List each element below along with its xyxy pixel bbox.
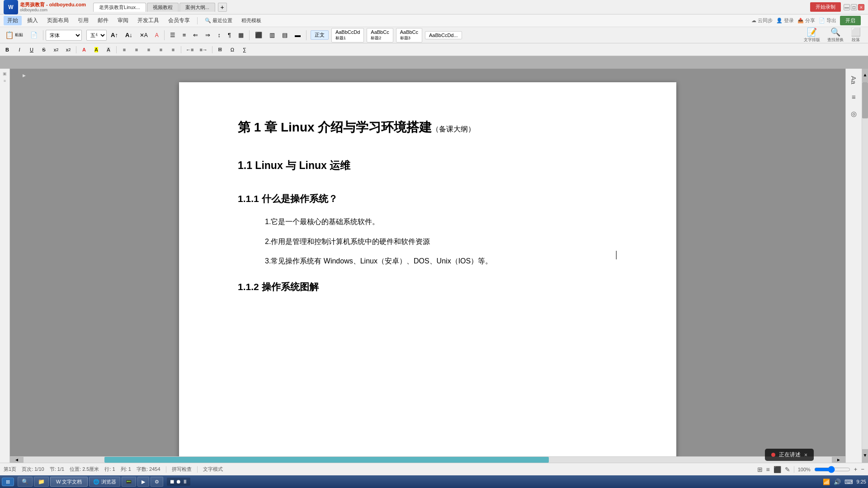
horizontal-scrollbar[interactable]: ◄ ► — [10, 456, 845, 463]
scroll-left-btn[interactable]: ◄ — [10, 457, 24, 463]
style-more[interactable]: AaBbCcDd... — [425, 31, 462, 39]
bold-btn[interactable]: B — [2, 44, 13, 55]
menu-review[interactable]: 审阅 — [114, 16, 132, 25]
unordered-list-btn[interactable]: ☰ — [167, 29, 179, 42]
font-color-fmt-btn[interactable]: A — [79, 44, 90, 55]
status-icon-3[interactable]: ⬛ — [774, 466, 781, 473]
indent-inc-fmt[interactable]: ≡→ — [197, 44, 209, 55]
ordered-list-btn[interactable]: ≡ — [179, 29, 189, 42]
indent-inc-btn[interactable]: ⇒ — [202, 29, 213, 42]
superscript-btn[interactable]: x2 — [51, 44, 61, 55]
copy-btn[interactable]: 📄 — [27, 29, 41, 42]
taskbar-terminal[interactable]: 📟 — [122, 477, 136, 487]
align-right-fmt[interactable]: ≡ — [143, 44, 154, 55]
para-space-btn[interactable]: ¶ — [225, 29, 234, 42]
border-btn[interactable]: ▦ — [235, 29, 247, 42]
underline-btn[interactable]: U — [26, 44, 37, 55]
italic-btn[interactable]: I — [14, 44, 25, 55]
text-layout-btn[interactable]: 📝 文字排版 — [802, 26, 822, 44]
right-panel-icon-3[interactable]: ◎ — [851, 110, 857, 118]
line-spacing-btn[interactable]: ↕ — [214, 29, 224, 42]
indent-dec-btn[interactable]: ⇐ — [190, 29, 201, 42]
record-button[interactable]: 开始录制 — [810, 2, 841, 12]
open-button[interactable]: 开启 — [840, 16, 861, 25]
tab-outline[interactable]: 案例大纲... — [179, 3, 215, 12]
font-color-btn[interactable]: A — [152, 29, 162, 42]
menu-start[interactable]: 开始 — [4, 16, 22, 25]
font-size-up-btn[interactable]: A↑ — [108, 29, 121, 42]
zoom-slider[interactable] — [814, 467, 850, 472]
right-panel-icon-2[interactable]: ≡ — [852, 93, 856, 101]
menu-reference[interactable]: 引用 — [74, 16, 92, 25]
align-center-btn[interactable]: ▥ — [266, 29, 278, 42]
zoom-out-btn[interactable]: − — [861, 466, 864, 473]
left-panel-icon-1[interactable]: ▣ — [3, 71, 7, 76]
taskbar-app-files[interactable]: 📁 — [34, 477, 49, 487]
scroll-thumb[interactable] — [862, 82, 868, 118]
document-scroll-area[interactable]: ▶ 第 1 章 Linux 介绍与学习环境搭建（备课大纲） 1.1 Linux … — [10, 69, 845, 463]
vertical-scrollbar[interactable]: ▲ ▼ — [862, 69, 868, 463]
close-btn[interactable]: × — [858, 4, 864, 10]
taskbar-app-search[interactable]: 🔍 — [18, 477, 33, 487]
status-icon-1[interactable]: ⊞ — [757, 466, 763, 473]
status-icon-4[interactable]: ✎ — [785, 466, 790, 473]
taskbar-browser[interactable]: 🌐 浏览器 — [89, 477, 120, 487]
char-shading-btn[interactable]: A — [103, 44, 114, 55]
font-name-select[interactable]: 宋体 黑体 楷体 — [46, 30, 82, 41]
zoom-in-btn[interactable]: + — [854, 466, 858, 473]
left-panel-icon-2[interactable]: ≡ — [4, 79, 6, 83]
align-center-fmt[interactable]: ≡ — [131, 44, 142, 55]
tab-video[interactable]: 视频教程 — [147, 3, 179, 12]
menu-dev[interactable]: 开发工具 — [134, 16, 163, 25]
paragraph-btn[interactable]: ⬜ 段落 — [849, 26, 863, 44]
align-left-fmt[interactable]: ≡ — [119, 44, 130, 55]
right-panel-icon-1[interactable]: Aa — [850, 76, 858, 84]
menu-template[interactable]: 稻壳模板 — [238, 16, 265, 25]
menu-layout[interactable]: 页面布局 — [43, 16, 72, 25]
find-replace-btn[interactable]: 🔍 查找替换 — [826, 26, 845, 44]
taskbar-media[interactable]: ▶ — [137, 477, 149, 487]
scroll-right-btn[interactable]: ► — [832, 457, 845, 463]
font-size-down-btn[interactable]: A↓ — [122, 29, 136, 42]
font-size-select[interactable]: 五号 四号 三号 二号 — [86, 30, 107, 41]
media-play-icon[interactable]: ⏺ — [176, 479, 181, 485]
menu-vip[interactable]: 会员专享 — [165, 16, 193, 25]
highlight-btn[interactable]: A — [91, 44, 102, 55]
start-button[interactable]: ⊞ — [2, 478, 14, 486]
clear-format-btn[interactable]: ✕A — [137, 29, 151, 42]
paste-btn[interactable]: 📋 粘贴 — [2, 29, 26, 42]
distributed-fmt[interactable]: ≡ — [168, 44, 179, 55]
tray-network-icon[interactable]: 📶 — [823, 479, 830, 485]
new-tab-btn[interactable]: + — [218, 3, 227, 12]
table-btn[interactable]: ⊞ — [215, 44, 226, 55]
menu-search[interactable]: 🔍 最近位置 — [201, 16, 236, 25]
strikethrough-btn[interactable]: S — [38, 44, 49, 55]
scroll-up-btn[interactable]: ▲ — [862, 69, 868, 82]
subscript-btn[interactable]: x2 — [63, 44, 74, 55]
menu-insert[interactable]: 插入 — [24, 16, 42, 25]
style-normal[interactable]: 正文 — [311, 30, 329, 40]
menu-mail[interactable]: 邮件 — [94, 16, 112, 25]
media-stop-icon[interactable]: ⏸ — [182, 479, 188, 485]
tray-clock[interactable]: 9:25 — [857, 479, 866, 484]
align-right-btn[interactable]: ▤ — [279, 29, 291, 42]
equation-btn[interactable]: ∑ — [239, 44, 250, 55]
indent-dec-fmt[interactable]: ←≡ — [184, 44, 196, 55]
tray-volume-icon[interactable]: 🔊 — [834, 479, 841, 485]
style-h2[interactable]: AaBbCc标题2 — [367, 28, 393, 42]
status-icon-2[interactable]: ≡ — [766, 466, 770, 473]
taskbar-settings[interactable]: ⚙ — [151, 477, 163, 487]
style-h3[interactable]: AaBbCc标题3 — [396, 28, 422, 42]
special-char-btn[interactable]: Ω — [227, 44, 238, 55]
minimize-btn[interactable]: — — [844, 4, 850, 10]
justify-btn[interactable]: ▬ — [292, 29, 304, 42]
tab-document[interactable]: 老男孩教育Linux... — [93, 3, 146, 12]
taskbar-wps[interactable]: W 文字文档 — [50, 477, 88, 487]
tray-keyboard-icon[interactable]: ⌨ — [844, 479, 853, 485]
recording-close-icon[interactable]: × — [804, 452, 807, 458]
h-scroll-thumb[interactable] — [104, 457, 549, 463]
maximize-btn[interactable]: □ — [851, 4, 857, 10]
style-h1[interactable]: AaBbCcDd标题1 — [331, 28, 364, 42]
media-icon[interactable]: ⏹ — [170, 479, 175, 485]
justify-fmt[interactable]: ≡ — [156, 44, 166, 55]
